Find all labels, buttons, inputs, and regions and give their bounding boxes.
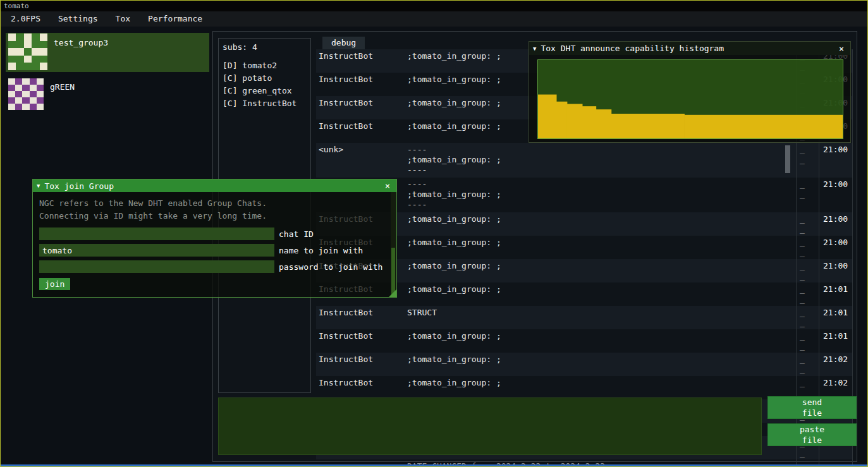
join-field-row: password to join with — [39, 260, 390, 273]
histogram-window-titlebar[interactable]: ▼ Tox DHT announce capability histogram … — [529, 42, 850, 55]
message-time: 21:01 — [819, 282, 853, 306]
member-c-instructbot[interactable]: [C] InstructBot — [223, 99, 307, 111]
app-root: tomato 2.0FPSSettingsToxPerformance test… — [0, 0, 868, 467]
join-window-title: Tox join Group — [44, 181, 382, 191]
menu-item-performance[interactable]: Performance — [140, 11, 210, 27]
window-titlebar[interactable]: tomato — [1, 1, 867, 11]
join-scrollbar[interactable] — [391, 192, 396, 295]
chat-row[interactable]: InstructBot;tomato_in_group: ;_ _21:01 — [316, 329, 853, 353]
join-field-label: chat ID — [279, 229, 314, 239]
join-window-titlebar[interactable]: ▼ Tox join Group × — [33, 179, 396, 192]
collapse-arrow-icon[interactable]: ▼ — [37, 183, 40, 189]
join-group-window: ▼ Tox join Group × NGC refers to the New… — [32, 179, 397, 298]
join-field-password-to-join-with[interactable] — [39, 260, 274, 273]
chat-row[interactable]: InstructBot;tomato_in_group: ;_ _21:02 — [316, 353, 853, 376]
message-text: ;tomato_in_group: ; — [405, 259, 796, 282]
member-c-green-qtox[interactable]: [C] green_qtox — [223, 86, 307, 99]
message-flags: _ _ — [796, 353, 819, 376]
message-input[interactable] — [218, 397, 762, 455]
sender-name: InstructBot — [316, 353, 405, 376]
message-text: ;tomato_in_group: ; — [405, 282, 796, 306]
message-flags: _ _ — [796, 178, 819, 212]
join-field-label: name to join with — [279, 246, 363, 255]
send-file-button[interactable]: send file — [767, 396, 857, 419]
sender-name: InstructBot — [316, 306, 405, 329]
sender-name: InstructBot — [316, 49, 405, 73]
message-time: 21:00 — [819, 236, 853, 259]
histogram-plot — [537, 59, 843, 139]
sender-name: InstructBot — [316, 119, 405, 143]
member-d-tomato2[interactable]: [D] tomato2 — [223, 61, 307, 73]
sender-name: InstructBot — [316, 96, 405, 119]
message-flags: _ _ — [796, 259, 819, 282]
message-text: ;tomato_in_group: ; — [405, 329, 796, 353]
message-text: ---- ;tomato_in_group: ; ---- — [405, 143, 796, 178]
message-text: ;tomato_in_group: ; — [405, 236, 796, 259]
member-list: [D] tomato2[C] potato[C] green_qtox[C] I… — [223, 61, 307, 111]
group-name: test_group3 — [54, 38, 108, 72]
message-text: ;tomato_in_group: ; — [405, 376, 796, 399]
message-text: ;tomato_in_group: ; — [405, 353, 796, 376]
join-fields: chat IDname to join withpassword to join… — [39, 227, 390, 273]
chat-row[interactable]: <unk>---- ;tomato_in_group: ; ----_ _21:… — [316, 143, 853, 178]
tab-debug[interactable]: debug — [322, 37, 365, 49]
message-time: 21:00 — [819, 178, 853, 212]
chat-row[interactable]: InstructBotSTRUCT_ _21:01 — [316, 306, 853, 329]
close-icon[interactable]: × — [836, 44, 847, 54]
sender-name: InstructBot — [316, 73, 405, 96]
join-info-line-2: Connecting via ID might take a very long… — [39, 210, 390, 222]
join-field-name-to-join-with[interactable] — [39, 244, 274, 257]
group-name: gREEN — [50, 82, 75, 116]
message-time: 21:01 — [819, 306, 853, 329]
message-flags: _ _ — [796, 212, 819, 236]
group-item-test-group3[interactable]: test_group3 — [6, 33, 209, 72]
message-time: 21:01 — [819, 329, 853, 353]
message-flags: _ _ — [796, 329, 819, 353]
paste-file-button[interactable]: paste file — [767, 423, 857, 446]
subs-count: subs: 4 — [223, 42, 307, 52]
join-field-label: password to join with — [279, 262, 382, 272]
join-field-row: chat ID — [39, 227, 390, 240]
message-text: ;tomato_in_group: ; — [405, 212, 796, 236]
menu-item-settings[interactable]: Settings — [51, 11, 106, 27]
group-avatar — [8, 78, 44, 110]
message-flags: _ _ — [796, 306, 819, 329]
join-field-row: name to join with — [39, 244, 390, 257]
join-window-body: NGC refers to the New DHT enabled Group … — [33, 192, 396, 297]
join-scrollbar-thumb[interactable] — [391, 248, 395, 295]
join-field-chat-id[interactable] — [39, 227, 274, 240]
sender-name: InstructBot — [316, 329, 405, 353]
sender-name: <unk> — [316, 143, 405, 178]
chat-scrollbar[interactable] — [785, 145, 790, 173]
message-time: 21:02 — [819, 353, 853, 376]
histogram-window-title: Tox DHT announce capability histogram — [541, 44, 836, 53]
message-flags: _ _ — [796, 143, 819, 178]
message-time: 21:00 — [819, 259, 853, 282]
group-item-green[interactable]: gREEN — [6, 77, 209, 116]
message-text: STRUCT — [405, 306, 796, 329]
join-info-line-1: NGC refers to the New DHT enabled Group … — [39, 197, 390, 210]
group-avatar — [8, 33, 47, 70]
message-flags: _ _ — [796, 236, 819, 259]
message-time: 21:00 — [819, 212, 853, 236]
collapse-arrow-icon[interactable]: ▼ — [533, 45, 536, 52]
menu-bar: 2.0FPSSettingsToxPerformance — [1, 11, 867, 27]
member-c-potato[interactable]: [C] potato — [223, 73, 307, 86]
menu-item-tox[interactable]: Tox — [108, 11, 138, 27]
close-icon[interactable]: × — [382, 181, 393, 191]
message-text: ---- ;tomato_in_group: ; ---- — [405, 178, 796, 212]
bottom-edge — [1, 464, 867, 466]
histogram-window: ▼ Tox DHT announce capability histogram … — [529, 41, 851, 143]
window-title: tomato — [4, 2, 29, 10]
menu-item-2-0fps: 2.0FPS — [3, 11, 48, 27]
message-time: 21:00 — [819, 143, 853, 178]
join-button[interactable]: join — [39, 278, 70, 290]
sender-name: InstructBot — [316, 376, 405, 399]
message-flags: _ _ — [796, 282, 819, 306]
resize-grip-icon[interactable] — [389, 289, 396, 297]
